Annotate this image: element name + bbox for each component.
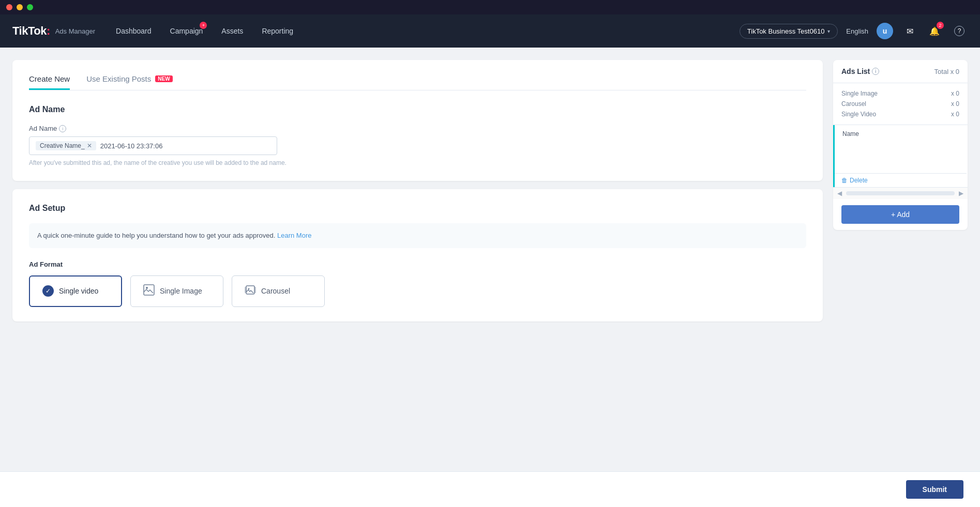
new-badge: NEW: [155, 75, 172, 82]
account-selector[interactable]: TikTok Business Test0610 ▾: [740, 24, 838, 39]
ads-types: Single Image x 0 Carousel x 0 Single Vid…: [833, 83, 968, 125]
add-button[interactable]: + Add: [841, 205, 959, 224]
ad-name-hint: After you've submitted this ad, the name…: [29, 159, 806, 166]
svg-point-1: [146, 287, 148, 289]
delete-link[interactable]: 🗑 Delete: [833, 175, 968, 186]
trash-icon: 🗑: [841, 177, 848, 184]
image-icon: [143, 284, 155, 298]
ad-setup-title: Ad Setup: [29, 204, 806, 213]
ads-list-table: Name: [833, 125, 968, 175]
ad-name-info-icon[interactable]: i: [59, 125, 66, 132]
col-name: Name: [834, 126, 967, 142]
submit-button[interactable]: Submit: [906, 480, 963, 499]
scroll-left-arrow[interactable]: ◀: [835, 189, 844, 198]
check-icon: ✓: [42, 285, 54, 297]
ads-list-info-icon[interactable]: i: [872, 68, 879, 75]
format-single-image[interactable]: Single Image: [130, 275, 223, 307]
nav-items: Dashboard Campaign + Assets Reporting: [116, 25, 740, 37]
svg-rect-4: [254, 287, 256, 293]
nav-assets[interactable]: Assets: [221, 25, 243, 37]
ad-name-tag: Creative Name_ ✕: [36, 141, 96, 150]
brand-name: TikTok:: [12, 24, 50, 38]
nav-campaign[interactable]: Campaign +: [170, 25, 203, 37]
ad-name-card: Create New Use Existing Posts NEW Ad Nam…: [12, 60, 823, 181]
tag-close-icon[interactable]: ✕: [87, 142, 92, 149]
help-icon: ?: [954, 26, 964, 36]
nav-dashboard[interactable]: Dashboard: [116, 25, 152, 37]
ads-list-total: Total x 0: [934, 68, 959, 75]
scroll-right-arrow[interactable]: ▶: [957, 189, 966, 198]
brand-subtitle: Ads Manager: [55, 27, 95, 35]
campaign-badge: +: [200, 22, 207, 29]
learn-more-link[interactable]: Learn More: [277, 232, 311, 239]
nav-reporting[interactable]: Reporting: [262, 25, 293, 37]
inbox-icon: ✉: [907, 26, 913, 36]
ads-list-scroll-area[interactable]: Name 🗑 Delete: [833, 125, 968, 187]
minimize-button[interactable]: [17, 4, 23, 10]
scrollbar-container: ◀ ▶: [833, 187, 968, 199]
brand-logo: TikTok: Ads Manager: [12, 24, 95, 38]
top-nav: TikTok: Ads Manager Dashboard Campaign +…: [0, 14, 980, 48]
carousel-icon: [245, 284, 256, 298]
chevron-down-icon: ▾: [827, 28, 830, 34]
main-content: Create New Use Existing Posts NEW Ad Nam…: [0, 48, 980, 334]
ads-type-carousel: Carousel x 0: [841, 99, 959, 109]
ads-list-title: Ads List i: [841, 67, 879, 75]
notification-badge: 2: [937, 22, 944, 29]
user-avatar[interactable]: u: [877, 23, 893, 39]
format-carousel[interactable]: Carousel: [232, 275, 325, 307]
title-bar: [0, 0, 980, 14]
ad-name-input[interactable]: Creative Name_ ✕ 2021-06-10 23:37:06: [29, 136, 277, 155]
svg-rect-3: [245, 287, 246, 293]
format-options: ✓ Single video Single Image: [29, 275, 806, 307]
inbox-icon-btn[interactable]: ✉: [901, 23, 918, 39]
tab-row: Create New Use Existing Posts NEW: [29, 74, 806, 90]
ad-name-title: Ad Name: [29, 105, 806, 114]
ad-format-label: Ad Format: [29, 260, 806, 268]
ad-setup-info-box: A quick one-minute guide to help you und…: [29, 223, 806, 248]
ads-type-single-video: Single Video x 0: [841, 109, 959, 119]
ads-list-card: Ads List i Total x 0 Single Image x 0 Ca…: [833, 60, 968, 230]
ads-list-header: Ads List i Total x 0: [833, 60, 968, 83]
tab-create-new[interactable]: Create New: [29, 74, 70, 90]
left-panel: Create New Use Existing Posts NEW Ad Nam…: [12, 60, 823, 321]
scroll-track-left: [833, 125, 835, 187]
close-button[interactable]: [6, 4, 12, 10]
ads-list-body: Name 🗑 Delete: [833, 125, 968, 199]
language-selector[interactable]: English: [846, 27, 868, 35]
scrollbar-track: [846, 191, 955, 195]
ad-setup-card: Ad Setup A quick one-minute guide to hel…: [12, 189, 823, 321]
tab-existing-posts[interactable]: Use Existing Posts NEW: [86, 74, 172, 90]
maximize-button[interactable]: [27, 4, 33, 10]
format-single-video[interactable]: ✓ Single video: [29, 275, 122, 307]
notification-btn[interactable]: 🔔 2: [926, 23, 943, 39]
ad-name-field-label: Ad Name i: [29, 125, 806, 132]
account-name: TikTok Business Test0610: [747, 27, 825, 35]
help-btn[interactable]: ?: [951, 23, 968, 39]
brand-colon: :: [47, 24, 50, 37]
nav-right: TikTok Business Test0610 ▾ English u ✉ 🔔…: [740, 23, 968, 39]
submit-bar: Submit: [0, 471, 980, 507]
right-panel: Ads List i Total x 0 Single Image x 0 Ca…: [833, 60, 968, 230]
ads-type-single-image: Single Image x 0: [841, 88, 959, 99]
table-row-empty: [834, 143, 967, 174]
